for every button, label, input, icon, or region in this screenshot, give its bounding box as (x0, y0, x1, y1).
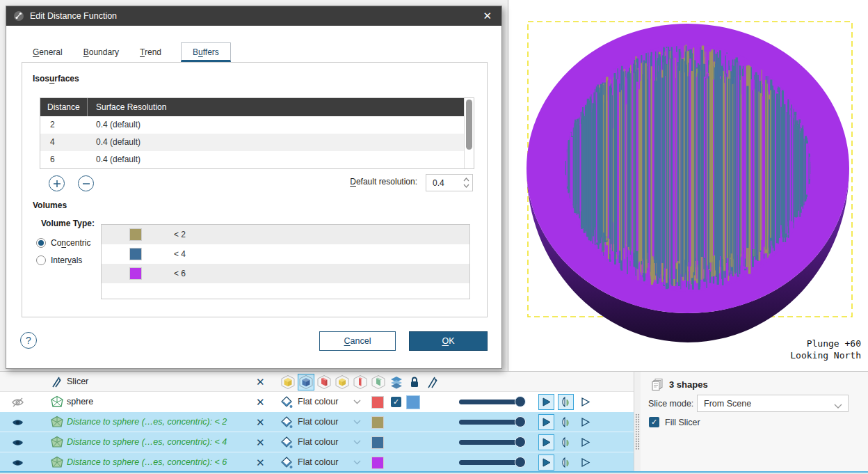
render-solid-toggle[interactable] (538, 392, 554, 412)
render-faces-toggle[interactable] (558, 412, 574, 432)
shape-remove-button[interactable]: ✕ (256, 432, 265, 452)
secondary-colour-swatch[interactable] (406, 392, 420, 412)
default-resolution-spinner[interactable]: 0.4 (426, 174, 473, 191)
visibility-visible-icon[interactable] (11, 412, 24, 432)
slicer-remove-button[interactable]: ✕ (256, 372, 265, 392)
colour-mode-select[interactable]: Flat colour (298, 432, 338, 452)
shape-row-distance-6[interactable]: Distance to sphere (…es, concentric): < … (0, 452, 634, 473)
radio-intervals[interactable]: Intervals (36, 255, 82, 265)
edit-distance-function-dialog: Edit Distance Function ✕ General Boundar… (6, 6, 502, 369)
add-isosurface-button[interactable] (49, 175, 65, 191)
visibility-visible-icon[interactable] (11, 432, 24, 452)
radio-button (36, 255, 46, 265)
opacity-slider[interactable] (459, 432, 523, 452)
colour-mode-select[interactable]: Flat colour (298, 412, 338, 432)
splitter-grip-icon[interactable] (635, 413, 640, 450)
lock-icon[interactable] (406, 374, 423, 390)
render-wireframe-toggle[interactable] (577, 392, 593, 412)
isosurfaces-section-label: Isosurfaces (33, 74, 79, 84)
render-wireframe-toggle[interactable] (577, 412, 593, 432)
opacity-slider[interactable] (459, 452, 523, 473)
shape-row-distance-4[interactable]: Distance to sphere (…es, concentric): < … (0, 432, 634, 452)
shape-properties-panel: 3 shapes Slice mode: From Scene ✓ Fill S… (641, 371, 868, 472)
shape-remove-button[interactable]: ✕ (256, 452, 265, 473)
sphere-mesh-icon (50, 392, 64, 412)
volume-colour-swatch[interactable] (129, 267, 142, 280)
tab-general[interactable]: General (31, 43, 64, 62)
colour-mode-select[interactable]: Flat colour (298, 452, 338, 473)
tab-buffers[interactable]: Buffers (181, 42, 231, 62)
spinner-arrows[interactable] (460, 177, 472, 188)
layers-icon[interactable] (388, 374, 405, 390)
chevron-down-icon[interactable] (353, 392, 361, 412)
draw-plane-yellow-icon[interactable] (280, 374, 296, 390)
chevron-down-icon[interactable] (353, 452, 361, 473)
orientation-readout: Plunge +60 Looking North (790, 338, 861, 361)
opacity-slider[interactable] (459, 412, 523, 432)
volume-mesh-icon (50, 452, 64, 473)
fill-slicer-label: Fill Slicer (665, 418, 700, 427)
shape-colour-swatch[interactable] (371, 432, 384, 452)
volume-row[interactable]: < 2 (102, 225, 469, 244)
opacity-slider[interactable] (459, 392, 523, 412)
thin-slab-red-icon[interactable] (352, 374, 369, 390)
table-row[interactable]: 6 0.4 (default) (40, 151, 474, 168)
volume-row[interactable]: < 4 (102, 244, 469, 264)
slicer-label: Slicer (67, 372, 88, 392)
column-distance: Distance (40, 98, 88, 116)
shape-row-distance-2[interactable]: Distance to sphere (…es, concentric): < … (0, 412, 634, 432)
box-yellow-icon[interactable] (334, 374, 351, 390)
render-solid-toggle[interactable] (538, 432, 554, 452)
slice-mode-label: Slice mode: (648, 399, 697, 409)
render-faces-toggle[interactable] (558, 432, 574, 452)
table-row[interactable]: 2 0.4 (default) (40, 116, 474, 134)
shape-remove-button[interactable]: ✕ (256, 412, 265, 432)
slicer-tool-icon[interactable] (424, 374, 441, 390)
volume-colour-swatch[interactable] (129, 248, 142, 260)
striped-distance-region (565, 44, 811, 292)
shape-remove-button[interactable]: ✕ (256, 392, 265, 412)
table-row[interactable]: 4 0.4 (default) (40, 134, 474, 151)
cancel-button[interactable]: Cancel (319, 331, 396, 351)
chevron-down-icon[interactable] (353, 432, 361, 452)
shape-row-sphere[interactable]: sphere ✕ Flat colour ✓ (0, 392, 634, 412)
slicer-row[interactable]: Slicer ✕ (0, 372, 634, 392)
tab-trend[interactable]: Trend (138, 43, 163, 62)
shape-colour-swatch[interactable] (371, 392, 384, 412)
render-wireframe-toggle[interactable] (577, 452, 593, 473)
volume-colour-swatch[interactable] (129, 228, 142, 241)
default-resolution-value[interactable]: 0.4 (426, 178, 460, 188)
plunge-text: Plunge +60 (790, 338, 861, 349)
render-solid-toggle[interactable] (538, 412, 554, 432)
radio-concentric[interactable]: Concentric (36, 238, 90, 248)
secondary-colour-checkbox[interactable]: ✓ (391, 392, 401, 412)
visibility-visible-icon[interactable] (11, 452, 24, 473)
slice-mode-select[interactable]: From Scene (697, 395, 849, 412)
fill-slicer-checkbox[interactable]: ✓ (649, 417, 659, 427)
dialog-titlebar: Edit Distance Function ✕ (6, 6, 501, 26)
shapes-count-label: 3 shapes (669, 379, 708, 390)
dialog-close-button[interactable]: ✕ (480, 10, 495, 22)
slab-red-icon[interactable] (316, 374, 332, 390)
visibility-hidden-icon[interactable] (11, 392, 24, 412)
remove-isosurface-button[interactable] (78, 175, 94, 191)
volume-row[interactable]: < 6 (102, 264, 469, 283)
table-scrollbar[interactable] (464, 98, 474, 168)
shape-colour-swatch[interactable] (371, 452, 384, 473)
render-faces-toggle[interactable] (558, 452, 574, 473)
looking-text: Looking North (790, 349, 861, 361)
scene-viewport[interactable]: Plunge +60 Looking North (508, 0, 868, 371)
shape-colour-swatch[interactable] (371, 412, 384, 432)
ok-button[interactable]: OK (409, 331, 488, 351)
chevron-down-icon[interactable] (353, 412, 361, 432)
slab-green-icon[interactable] (370, 374, 387, 390)
tab-boundary[interactable]: Boundary (82, 43, 120, 62)
scrollbar-thumb[interactable] (466, 100, 472, 150)
help-button[interactable]: ? (20, 332, 37, 349)
render-solid-toggle[interactable] (538, 452, 554, 473)
render-wireframe-toggle[interactable] (577, 432, 593, 452)
render-faces-toggle[interactable] (558, 392, 574, 412)
shape-label: Distance to sphere (…es, concentric): < … (67, 412, 227, 432)
draw-plane-blue-selected-icon[interactable] (298, 374, 314, 390)
colour-mode-select[interactable]: Flat colour (298, 392, 338, 412)
